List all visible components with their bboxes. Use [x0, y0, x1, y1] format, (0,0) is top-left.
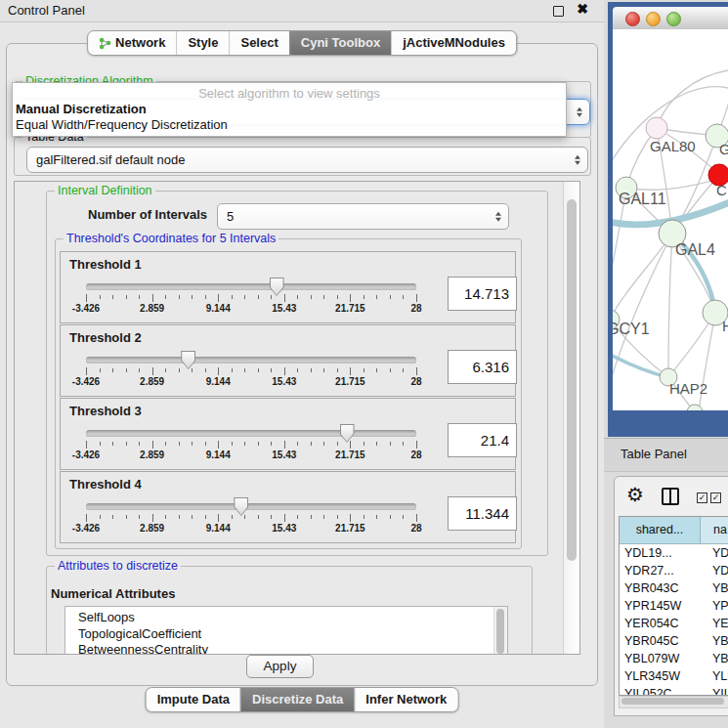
- tick-mark: [179, 515, 180, 519]
- tick-mark: [126, 442, 127, 446]
- network-canvas[interactable]: GAL80GACGAL11GAL4GCY1HHAP2: [613, 29, 728, 410]
- tick-mark: [376, 295, 377, 299]
- threshold-label: Threshold 1: [69, 257, 142, 272]
- settings-scrollbar-thumb[interactable]: [567, 199, 577, 561]
- tab-network[interactable]: Network: [88, 31, 176, 55]
- table-scrollbar-thumb[interactable]: [621, 698, 724, 705]
- tick-mark: [192, 368, 193, 372]
- column-header-shared-name[interactable]: shared...: [620, 517, 701, 543]
- tick-mark: [86, 514, 87, 522]
- combo-stepper-icon[interactable]: [575, 154, 580, 165]
- close-traffic-light-icon[interactable]: [625, 12, 640, 26]
- table-row[interactable]: YBR045CYBR0: [620, 632, 728, 650]
- tick-mark: [244, 295, 245, 299]
- table-row[interactable]: YDR27...YDR2: [620, 562, 728, 579]
- threshold-value-field[interactable]: [448, 496, 517, 531]
- cell-shared-name: YDR27...: [620, 562, 705, 579]
- threshold-value-field[interactable]: [448, 277, 517, 311]
- tick-mark: [232, 295, 233, 299]
- mode-tab-impute-data[interactable]: Impute Data: [147, 688, 240, 711]
- cell-shared-name: YBR045C: [620, 632, 705, 650]
- node-attribute-table[interactable]: shared... na YDL19...YDL1YDR27...YDR2YBR…: [619, 516, 728, 696]
- network-node-gal80[interactable]: [646, 117, 667, 139]
- mode-tab-discretize-data[interactable]: Discretize Data: [240, 688, 354, 711]
- slider-ticks: [86, 514, 416, 522]
- scale-label: 9.144: [206, 376, 231, 387]
- tick-mark: [350, 367, 351, 375]
- algorithm-option-equal-width-frequency-discretization[interactable]: Equal Width/Frequency Discretization: [13, 117, 566, 133]
- tick-mark: [297, 515, 298, 519]
- tab-jactivemnodules[interactable]: jActiveMNodules: [391, 31, 516, 55]
- network-edge[interactable]: [613, 234, 672, 320]
- algorithm-option-manual-discretization[interactable]: Manual Discretization: [13, 102, 566, 117]
- attributes-scrollbar[interactable]: [493, 607, 507, 655]
- tick-mark: [86, 294, 87, 302]
- cell-shared-name: YER054C: [620, 615, 705, 632]
- zoom-traffic-light-icon[interactable]: [666, 12, 681, 26]
- tick-mark: [218, 367, 219, 375]
- close-icon[interactable]: ✖: [577, 1, 588, 17]
- tick-mark: [323, 295, 324, 299]
- tick-mark: [390, 295, 391, 299]
- numerical-attributes-list[interactable]: SelfLoopsTopologicalCoefficientBetweenne…: [64, 606, 508, 655]
- tick-mark: [179, 368, 180, 372]
- table-row[interactable]: YBL079WYBL0: [620, 650, 728, 667]
- tick-mark: [244, 515, 245, 519]
- table-horizontal-scrollbar[interactable]: [619, 696, 728, 708]
- attribute-item-topologicalcoefficient[interactable]: TopologicalCoefficient: [65, 626, 507, 643]
- network-edge[interactable]: [668, 234, 672, 377]
- combo-stepper-icon[interactable]: [495, 211, 501, 222]
- table-row[interactable]: YLR345WYLR3: [620, 667, 728, 685]
- tab-select[interactable]: Select: [229, 31, 288, 55]
- attribute-item-betweennesscentrality[interactable]: BetweennessCentrality: [65, 642, 507, 655]
- scale-label: 15.43: [272, 523, 296, 534]
- apply-button[interactable]: Apply: [246, 655, 314, 678]
- column-layout-icon[interactable]: [662, 488, 679, 505]
- tick-mark: [311, 442, 312, 446]
- scale-label: 2.859: [140, 376, 164, 387]
- threshold-value-field[interactable]: [448, 423, 517, 457]
- cell-name: YLR3: [705, 667, 728, 685]
- attribute-item-selfloops[interactable]: SelfLoops: [65, 610, 507, 626]
- number-of-intervals-combo[interactable]: 5: [217, 203, 509, 230]
- scale-label: 15.43: [272, 303, 296, 314]
- tick-mark: [403, 442, 404, 446]
- network-graph[interactable]: GAL80GACGAL11GAL4GCY1HHAP2: [613, 29, 728, 410]
- minimize-traffic-light-icon[interactable]: [646, 12, 661, 26]
- checkbox-icon[interactable]: ✓: [710, 492, 721, 503]
- scale-label: 9.144: [206, 523, 231, 534]
- mode-tab-infer-network[interactable]: Infer Network: [354, 688, 457, 711]
- scale-label: 15.43: [272, 450, 296, 460]
- table-row[interactable]: YBR043CYBR0: [620, 579, 728, 597]
- tab-label: Cyni Toolbox: [301, 31, 380, 55]
- table-row[interactable]: YIL052CYIL0: [620, 685, 728, 696]
- combo-stepper-icon[interactable]: [577, 107, 582, 117]
- tab-cyni-toolbox[interactable]: Cyni Toolbox: [289, 31, 391, 55]
- attributes-scrollbar-thumb[interactable]: [496, 609, 504, 654]
- slider-track[interactable]: [86, 430, 416, 437]
- settings-gear-icon[interactable]: ⚙: [626, 483, 644, 506]
- tick-mark: [218, 294, 219, 302]
- slider-track[interactable]: [86, 357, 416, 364]
- tick-mark: [297, 295, 298, 299]
- tab-label: Infer Network: [365, 688, 447, 711]
- scale-label: 2.859: [140, 450, 164, 460]
- checkbox-icon[interactable]: ✓: [697, 492, 707, 503]
- tab-style[interactable]: Style: [176, 31, 229, 55]
- table-data-combo[interactable]: galFiltered.sif default node: [26, 147, 588, 173]
- slider-track[interactable]: [86, 283, 416, 290]
- tick-mark: [192, 295, 193, 299]
- tab-label: Network: [115, 31, 165, 55]
- column-header-name[interactable]: na: [701, 517, 728, 543]
- threshold-value-field[interactable]: [448, 350, 517, 384]
- slider-track[interactable]: [86, 503, 416, 510]
- network-edge[interactable]: [657, 70, 728, 128]
- table-row[interactable]: YER054CYER0: [620, 615, 728, 632]
- tab-label: Discretize Data: [252, 688, 343, 711]
- table-row[interactable]: YDL19...YDL1: [620, 544, 728, 562]
- tick-mark: [112, 368, 113, 372]
- float-window-icon[interactable]: [553, 6, 564, 17]
- table-row[interactable]: YPR145WYPR1: [620, 597, 728, 615]
- settings-vertical-scrollbar[interactable]: [563, 182, 579, 654]
- tick-mark: [258, 368, 259, 372]
